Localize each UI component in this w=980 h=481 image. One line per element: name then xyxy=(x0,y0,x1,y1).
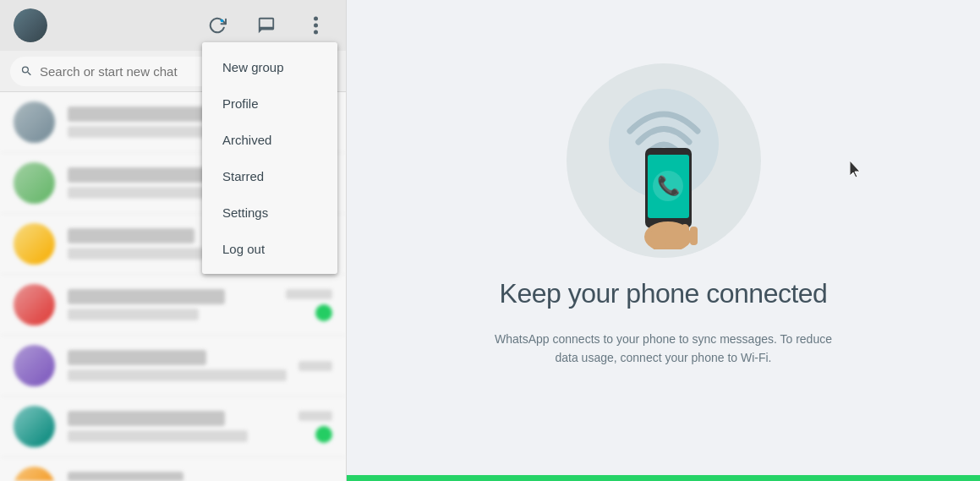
avatar xyxy=(14,162,55,204)
main-subtitle: WhatsApp connects to your phone to sync … xyxy=(495,330,833,368)
chat-name xyxy=(68,350,206,365)
chat-meta xyxy=(286,289,332,321)
new-chat-icon-button[interactable] xyxy=(249,8,283,42)
finger-2 xyxy=(681,224,689,246)
svg-point-2 xyxy=(314,30,318,35)
status-icon-button[interactable] xyxy=(200,8,234,42)
chat-message xyxy=(68,430,248,442)
avatar xyxy=(14,406,55,447)
chat-time xyxy=(298,411,332,421)
illustration-svg: 📞 xyxy=(579,72,748,249)
main-title: Keep your phone connected xyxy=(500,278,828,309)
more-icon xyxy=(314,16,318,35)
chat-name xyxy=(68,472,183,481)
chat-info xyxy=(68,472,298,481)
chat-name xyxy=(68,289,225,304)
search-icon xyxy=(20,64,33,78)
wa-icon: 📞 xyxy=(656,174,680,197)
cursor-svg xyxy=(850,161,862,179)
chat-item[interactable] xyxy=(0,457,346,481)
chat-meta xyxy=(298,411,332,443)
sync-icon xyxy=(208,16,227,35)
main-content: 📞 Keep your phone connected WhatsApp con… xyxy=(495,63,833,368)
chat-item[interactable] xyxy=(0,275,346,336)
svg-marker-3 xyxy=(850,161,860,178)
finger-1 xyxy=(669,222,678,246)
avatar xyxy=(14,284,55,325)
chat-info xyxy=(68,289,286,320)
chat-item[interactable] xyxy=(0,396,346,457)
sidebar: New group Profile Archived Starred Setti… xyxy=(0,0,347,481)
finger-3 xyxy=(690,227,698,245)
chat-info xyxy=(68,350,298,381)
menu-item-archived[interactable]: Archived xyxy=(202,122,337,158)
avatar xyxy=(14,467,55,481)
thumb xyxy=(651,226,666,249)
avatar xyxy=(14,223,55,265)
chat-time xyxy=(286,289,332,299)
svg-point-0 xyxy=(314,17,318,21)
menu-item-settings[interactable]: Settings xyxy=(202,194,337,231)
chat-name xyxy=(68,167,217,183)
dropdown-menu: New group Profile Archived Starred Setti… xyxy=(202,42,337,274)
chat-message xyxy=(68,309,199,320)
main-panel: 📞 Keep your phone connected WhatsApp con… xyxy=(347,0,980,481)
chat-time xyxy=(298,361,332,371)
status-dot xyxy=(221,19,224,23)
chat-info xyxy=(68,411,298,442)
header-icons xyxy=(200,8,332,42)
unread-badge xyxy=(315,304,332,321)
chat-meta xyxy=(298,361,332,371)
more-options-button[interactable] xyxy=(298,8,332,42)
chat-name xyxy=(68,228,194,243)
menu-item-logout[interactable]: Log out xyxy=(202,231,337,267)
bottom-bar xyxy=(347,475,980,481)
sidebar-header: New group Profile Archived Starred Setti… xyxy=(0,0,346,51)
svg-point-1 xyxy=(314,24,318,28)
new-chat-icon xyxy=(257,16,276,35)
header-left xyxy=(14,8,47,42)
avatar xyxy=(14,101,55,143)
menu-item-new-group[interactable]: New group xyxy=(202,49,337,85)
chat-item[interactable] xyxy=(0,336,346,396)
chat-name xyxy=(68,411,225,426)
phone-illustration: 📞 xyxy=(567,63,761,258)
menu-item-starred[interactable]: Starred xyxy=(202,158,337,194)
user-avatar[interactable] xyxy=(14,8,47,42)
avatar xyxy=(14,345,55,386)
chat-message xyxy=(68,369,287,381)
cursor-indicator xyxy=(850,161,860,178)
menu-item-profile[interactable]: Profile xyxy=(202,85,337,122)
unread-badge xyxy=(315,426,332,443)
